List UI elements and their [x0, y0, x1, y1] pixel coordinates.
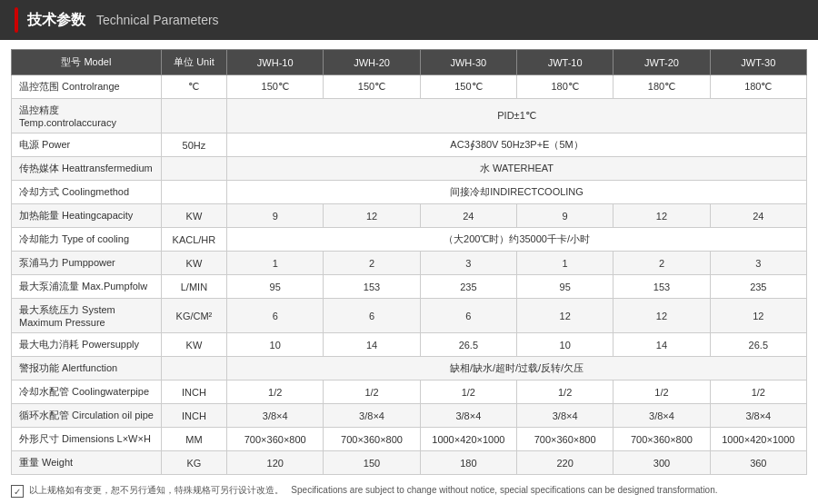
cell-label: 重量 Weight [12, 451, 162, 475]
cell-jwh20: 1/2 [324, 380, 420, 404]
cell-jwh30: 24 [420, 204, 516, 228]
cell-jwh10: 1/2 [227, 380, 324, 404]
cell-merged: 缺相/缺水/超时/过载/反转/欠压 [227, 357, 807, 380]
cell-jwt30: 3 [710, 252, 806, 275]
cell-jwh20: 153 [324, 275, 420, 299]
cell-label: 循环水配管 Circulation oil pipe [12, 404, 162, 428]
cell-unit [161, 157, 226, 181]
cell-jwt30: 3/8×4 [710, 404, 806, 428]
col-header-model: 型号 Model [12, 50, 162, 75]
cell-unit: KW [161, 204, 226, 228]
cell-unit: INCH [161, 404, 226, 428]
cell-unit: KW [161, 333, 226, 357]
cell-merged: 水 WATERHEAT [227, 157, 807, 181]
table-row: 外形尺寸 Dimensions L×W×HMM700×360×800700×36… [12, 428, 807, 451]
table-row: 温控范围 Controlrange℃150℃150℃150℃180℃180℃18… [12, 75, 807, 99]
cell-jwt20: 3/8×4 [614, 404, 710, 428]
col-header-jwt20: JWT-20 [614, 50, 710, 75]
cell-jwh10: 6 [227, 299, 324, 333]
cell-merged: 间接冷却INDIRECTCOOLING [227, 181, 807, 204]
cell-label: 电源 Power [12, 133, 162, 157]
cell-label: 冷却能力 Type of cooling [12, 228, 162, 252]
cell-jwt10: 1 [517, 252, 614, 275]
cell-label: 泵浦马力 Pumppower [12, 252, 162, 275]
cell-jwt20: 153 [614, 275, 710, 299]
cell-label: 温控精度 Temp.controlaccuracy [12, 99, 162, 133]
cell-jwt20: 14 [614, 333, 710, 357]
cell-jwh10: 120 [227, 451, 324, 475]
cell-jwh30: 180 [420, 451, 516, 475]
cell-jwt30: 12 [710, 299, 806, 333]
table-row: 最大系统压力 System Maximum PressureKG/CM²6661… [12, 299, 807, 333]
cell-jwh30: 150℃ [420, 75, 516, 99]
table-row: 冷却水配管 CoolingwaterpipeINCH1/21/21/21/21/… [12, 380, 807, 404]
cell-jwh10: 10 [227, 333, 324, 357]
cell-jwt10: 10 [517, 333, 614, 357]
col-header-jwt30: JWT-30 [710, 50, 806, 75]
cell-jwh30: 1000×420×1000 [420, 428, 516, 451]
cell-jwt10: 220 [517, 451, 614, 475]
col-header-jwh30: JWH-30 [420, 50, 516, 75]
cell-jwt30: 1000×420×1000 [710, 428, 806, 451]
cell-jwh20: 2 [324, 252, 420, 275]
table-row: 警报功能 Alertfunction缺相/缺水/超时/过载/反转/欠压 [12, 357, 807, 380]
table-row: 最大电力消耗 PowersupplyKW101426.5101426.5 [12, 333, 807, 357]
cell-unit: ℃ [161, 75, 226, 99]
cell-jwt10: 3/8×4 [517, 404, 614, 428]
cell-label: 最大系统压力 System Maximum Pressure [12, 299, 162, 333]
cell-unit: INCH [161, 380, 226, 404]
cell-jwh10: 95 [227, 275, 324, 299]
table-row: 加热能量 HeatingcapacityKW9122491224 [12, 204, 807, 228]
cell-jwh30: 3 [420, 252, 516, 275]
cell-jwt10: 1/2 [517, 380, 614, 404]
cell-jwt30: 235 [710, 275, 806, 299]
cell-jwh20: 3/8×4 [324, 404, 420, 428]
table-row: 泵浦马力 PumppowerKW123123 [12, 252, 807, 275]
table-row: 冷却能力 Type of coolingKACL/HR（大200℃时）约3500… [12, 228, 807, 252]
cell-jwt10: 12 [517, 299, 614, 333]
cell-jwh10: 3/8×4 [227, 404, 324, 428]
cell-jwh10: 700×360×800 [227, 428, 324, 451]
cell-jwt30: 24 [710, 204, 806, 228]
cell-label: 温控范围 Controlrange [12, 75, 162, 99]
cell-unit [161, 357, 226, 380]
table-header-row: 型号 Model 单位 Unit JWH-10 JWH-20 JWH-30 JW… [12, 50, 807, 75]
cell-jwt30: 180℃ [710, 75, 806, 99]
cell-jwt20: 180℃ [614, 75, 710, 99]
footer-icon: ✓ [11, 485, 24, 498]
cell-jwt20: 300 [614, 451, 710, 475]
cell-unit: KACL/HR [161, 228, 226, 252]
cell-jwh30: 6 [420, 299, 516, 333]
table-row: 温控精度 Temp.controlaccuracyPID±1℃ [12, 99, 807, 133]
cell-jwh10: 9 [227, 204, 324, 228]
table-row: 传热媒体 Heattransfermedium水 WATERHEAT [12, 157, 807, 181]
cell-jwt20: 2 [614, 252, 710, 275]
header-accent [15, 7, 18, 33]
col-header-jwh20: JWH-20 [324, 50, 420, 75]
cell-label: 传热媒体 Heattransfermedium [12, 157, 162, 181]
cell-jwh20: 14 [324, 333, 420, 357]
cell-jwh30: 3/8×4 [420, 404, 516, 428]
table-row: 最大泵浦流量 Max.PumpfolwL/MIN9515323595153235 [12, 275, 807, 299]
cell-unit: KW [161, 252, 226, 275]
cell-jwt10: 95 [517, 275, 614, 299]
cell-label: 最大泵浦流量 Max.Pumpfolw [12, 275, 162, 299]
cell-jwt10: 180℃ [517, 75, 614, 99]
col-header-jwt10: JWT-10 [517, 50, 614, 75]
cell-jwt30: 26.5 [710, 333, 806, 357]
cell-merged: AC3∮380V 50Hz3P+E（5M） [227, 133, 807, 157]
cell-jwt20: 700×360×800 [614, 428, 710, 451]
footer: ✓ 以上规格如有变更，恕不另行通知，特殊规格可另行设计改造。 Specifica… [0, 479, 818, 503]
cell-label: 警报功能 Alertfunction [12, 357, 162, 380]
cell-jwh20: 12 [324, 204, 420, 228]
table-row: 循环水配管 Circulation oil pipeINCH3/8×43/8×4… [12, 404, 807, 428]
cell-jwt20: 12 [614, 299, 710, 333]
cell-unit: 50Hz [161, 133, 226, 157]
col-header-unit: 单位 Unit [161, 50, 226, 75]
table-row: 重量 WeightKG120150180220300360 [12, 451, 807, 475]
cell-jwh30: 26.5 [420, 333, 516, 357]
cell-label: 外形尺寸 Dimensions L×W×H [12, 428, 162, 451]
cell-unit: KG [161, 451, 226, 475]
table-row: 电源 Power50HzAC3∮380V 50Hz3P+E（5M） [12, 133, 807, 157]
cell-jwt10: 700×360×800 [517, 428, 614, 451]
